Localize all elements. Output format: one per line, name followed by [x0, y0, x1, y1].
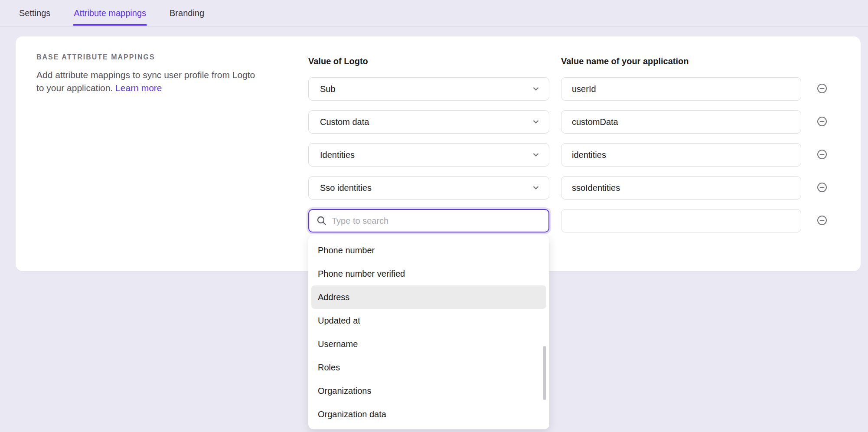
dropdown-option-roles[interactable]: Roles	[311, 356, 546, 379]
app-value-input-row-2[interactable]	[561, 110, 801, 134]
section-title: BASE ATTRIBUTE MAPPINGS	[36, 53, 155, 61]
remove-row-2-button[interactable]	[817, 117, 827, 127]
logto-value-select-row-4[interactable]: Sso identities	[308, 176, 549, 200]
attribute-options-dropdown: Phone number Phone number verified Addre…	[308, 235, 549, 429]
chevron-down-icon	[532, 118, 540, 126]
section-description: Add attribute mappings to sync user prof…	[36, 69, 255, 95]
minus-circle-icon	[817, 116, 827, 128]
tab-attribute-mappings-label: Attribute mappings	[74, 8, 146, 18]
remove-row-5-button[interactable]	[817, 216, 827, 226]
tab-settings[interactable]: Settings	[18, 0, 51, 26]
logto-value-select-row-3-value: Identities	[320, 150, 355, 160]
chevron-down-icon	[532, 85, 540, 93]
dropdown-option-address[interactable]: Address	[311, 285, 546, 309]
tab-settings-label: Settings	[19, 8, 50, 18]
dropdown-option-organization-data[interactable]: Organization data	[311, 403, 546, 426]
logto-value-select-row-1-value: Sub	[320, 84, 336, 94]
tab-bar: Settings Attribute mappings Branding	[0, 0, 868, 27]
app-value-input-row-4[interactable]	[561, 176, 801, 200]
logto-value-select-row-4-value: Sso identities	[320, 183, 372, 193]
minus-circle-icon	[817, 182, 827, 194]
active-tab-underline	[73, 24, 147, 26]
remove-row-1-button[interactable]	[817, 84, 827, 94]
chevron-down-icon	[532, 183, 540, 192]
search-input[interactable]	[332, 216, 542, 226]
dropdown-option-updated-at[interactable]: Updated at	[311, 309, 546, 332]
minus-circle-icon	[817, 83, 827, 95]
column-header-application: Value name of your application	[561, 56, 689, 66]
minus-circle-icon	[817, 215, 827, 227]
dropdown-option-phone-number-verified[interactable]: Phone number verified	[311, 262, 546, 285]
app-value-input-row-3[interactable]	[561, 143, 801, 167]
remove-row-3-button[interactable]	[817, 150, 827, 160]
minus-circle-icon	[817, 149, 827, 161]
logto-value-select-row-2[interactable]: Custom data	[308, 110, 549, 134]
dropdown-option-organizations[interactable]: Organizations	[311, 379, 546, 403]
dropdown-option-phone-number[interactable]: Phone number	[311, 239, 546, 262]
chevron-down-icon	[532, 151, 540, 159]
app-value-input-row-5[interactable]	[561, 209, 801, 232]
logto-value-select-row-2-value: Custom data	[320, 117, 369, 127]
remove-row-4-button[interactable]	[817, 183, 827, 193]
dropdown-scrollbar-thumb[interactable]	[543, 346, 546, 400]
logto-value-search-combobox[interactable]	[308, 209, 549, 232]
search-icon	[316, 215, 327, 226]
tab-branding-label: Branding	[170, 8, 204, 18]
logto-value-select-row-1[interactable]: Sub	[308, 77, 549, 101]
dropdown-option-username[interactable]: Username	[311, 332, 546, 356]
logto-value-select-row-3[interactable]: Identities	[308, 143, 549, 167]
tab-branding[interactable]: Branding	[169, 0, 205, 26]
app-value-input-row-1[interactable]	[561, 77, 801, 101]
tab-attribute-mappings[interactable]: Attribute mappings	[73, 0, 147, 26]
column-header-logto: Value of Logto	[308, 56, 368, 66]
learn-more-link[interactable]: Learn more	[115, 83, 162, 93]
